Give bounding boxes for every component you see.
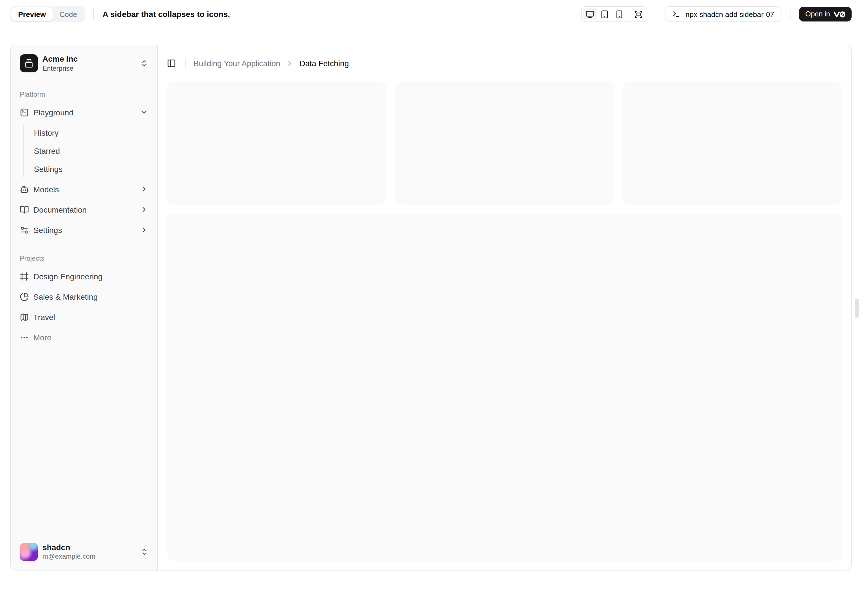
chevrons-up-down-icon bbox=[140, 60, 148, 68]
preview-panel: Acme Inc Enterprise Platform Playground bbox=[10, 45, 852, 570]
nav-projects: Design Engineering Sales & Marketing Tra… bbox=[15, 267, 153, 346]
sidebar-item-models[interactable]: Models bbox=[15, 180, 153, 198]
sidebar-subitem-label: Settings bbox=[34, 164, 62, 173]
smartphone-icon bbox=[616, 10, 624, 18]
user-name: shadcn bbox=[43, 542, 95, 552]
toolbar-right: npx shadcn add sidebar-07 Open in bbox=[582, 6, 852, 22]
device-group-separator bbox=[629, 10, 629, 18]
content bbox=[158, 81, 851, 570]
toolbar-divider bbox=[93, 9, 94, 20]
sidebar-item-label: More bbox=[33, 333, 52, 342]
device-size-toggle-group bbox=[582, 6, 648, 22]
chevron-right-icon bbox=[140, 185, 148, 193]
view-tabs: Preview Code bbox=[10, 6, 85, 22]
sidebar-subitem-label: History bbox=[34, 128, 59, 137]
sidebar-item-label: Playground bbox=[33, 108, 74, 117]
map-icon bbox=[20, 312, 29, 321]
chevron-right-icon bbox=[286, 59, 294, 67]
terminal-icon bbox=[673, 10, 681, 18]
ellipsis-icon bbox=[20, 333, 29, 342]
group-label-platform: Platform bbox=[15, 85, 153, 103]
sidebar-subitem-history[interactable]: History bbox=[34, 125, 153, 140]
avatar bbox=[20, 543, 38, 561]
bot-icon bbox=[20, 185, 29, 194]
panel-left-icon bbox=[167, 59, 176, 68]
copy-command-button[interactable]: npx shadcn add sidebar-07 bbox=[665, 6, 782, 22]
pie-chart-icon bbox=[20, 292, 29, 301]
sidebar-item-label: Documentation bbox=[33, 205, 87, 214]
team-logo bbox=[20, 54, 38, 73]
square-terminal-icon bbox=[20, 108, 29, 117]
placeholder-card bbox=[623, 81, 842, 205]
sidebar-subitem-label: Starred bbox=[34, 146, 60, 155]
user-menu[interactable]: shadcn m@example.com bbox=[15, 538, 153, 565]
sidebar-footer: shadcn m@example.com bbox=[15, 538, 153, 565]
sidebar-item-more[interactable]: More bbox=[15, 328, 153, 346]
team-switcher[interactable]: Acme Inc Enterprise bbox=[15, 50, 153, 77]
main-area: Building Your Application Data Fetching bbox=[158, 45, 851, 570]
header-divider bbox=[185, 59, 186, 68]
breadcrumb: Building Your Application Data Fetching bbox=[193, 59, 349, 68]
sidebar-item-sales-marketing[interactable]: Sales & Marketing bbox=[15, 287, 153, 306]
settings-icon bbox=[20, 225, 29, 234]
breadcrumb-parent[interactable]: Building Your Application bbox=[193, 59, 280, 68]
sidebar-subitem-starred[interactable]: Starred bbox=[34, 143, 153, 159]
block-title: A sidebar that collapses to icons. bbox=[102, 10, 230, 19]
nav-platform: Playground History Starred Settings bbox=[15, 103, 153, 239]
sidebar-item-label: Models bbox=[33, 185, 59, 194]
open-in-v0-button[interactable]: Open in bbox=[799, 7, 852, 22]
sidebar-item-label: Travel bbox=[33, 312, 55, 321]
sidebar-toggle-button[interactable] bbox=[164, 55, 179, 71]
monitor-icon bbox=[586, 10, 595, 18]
breadcrumb-bar: Building Your Application Data Fetching bbox=[158, 45, 851, 81]
chevron-down-icon bbox=[140, 108, 148, 116]
v0-logo-icon bbox=[834, 11, 845, 17]
sidebar-item-documentation[interactable]: Documentation bbox=[15, 200, 153, 218]
tablet-view-button[interactable] bbox=[598, 8, 612, 21]
sidebar-item-label: Design Engineering bbox=[33, 272, 102, 281]
toolbar-divider bbox=[656, 9, 657, 20]
book-open-icon bbox=[20, 205, 29, 214]
tab-preview[interactable]: Preview bbox=[11, 7, 53, 21]
toolbar: Preview Code A sidebar that collapses to… bbox=[10, 6, 852, 22]
user-email: m@example.com bbox=[43, 552, 95, 561]
desktop-view-button[interactable] bbox=[583, 8, 597, 21]
fullscreen-icon bbox=[635, 10, 643, 18]
placeholder-card bbox=[395, 81, 614, 205]
tab-code[interactable]: Code bbox=[53, 7, 84, 21]
sidebar: Acme Inc Enterprise Platform Playground bbox=[11, 45, 158, 570]
sidebar-item-label: Settings bbox=[33, 225, 62, 234]
command-text: npx shadcn add sidebar-07 bbox=[685, 10, 774, 18]
blocks-preview-page: Preview Code A sidebar that collapses to… bbox=[0, 6, 868, 592]
page-scrollbar-thumb[interactable] bbox=[855, 299, 859, 318]
placeholder-card-row bbox=[167, 81, 842, 205]
chevron-right-icon bbox=[140, 225, 148, 234]
group-label-projects: Projects bbox=[15, 249, 153, 267]
sidebar-item-travel[interactable]: Travel bbox=[15, 308, 153, 326]
breadcrumb-current: Data Fetching bbox=[300, 59, 349, 68]
sidebar-item-settings[interactable]: Settings bbox=[15, 221, 153, 239]
placeholder-card bbox=[167, 81, 386, 205]
sidebar-subitem-settings[interactable]: Settings bbox=[34, 161, 153, 177]
gallery-vertical-end-icon bbox=[24, 59, 33, 68]
team-name: Acme Inc bbox=[43, 54, 78, 64]
frame-icon bbox=[20, 272, 29, 281]
sidebar-item-playground[interactable]: Playground bbox=[15, 103, 153, 121]
chevrons-up-down-icon bbox=[140, 548, 148, 556]
sidebar-item-label: Sales & Marketing bbox=[33, 292, 97, 301]
fullscreen-button[interactable] bbox=[632, 8, 646, 21]
open-in-label: Open in bbox=[805, 10, 830, 18]
placeholder-panel bbox=[167, 214, 842, 561]
chevron-right-icon bbox=[140, 205, 148, 214]
mobile-view-button[interactable] bbox=[613, 8, 627, 21]
team-plan: Enterprise bbox=[43, 64, 78, 73]
sidebar-item-design-engineering[interactable]: Design Engineering bbox=[15, 267, 153, 285]
toolbar-divider bbox=[790, 9, 790, 20]
tablet-icon bbox=[601, 10, 609, 18]
playground-submenu: History Starred Settings bbox=[23, 125, 153, 177]
